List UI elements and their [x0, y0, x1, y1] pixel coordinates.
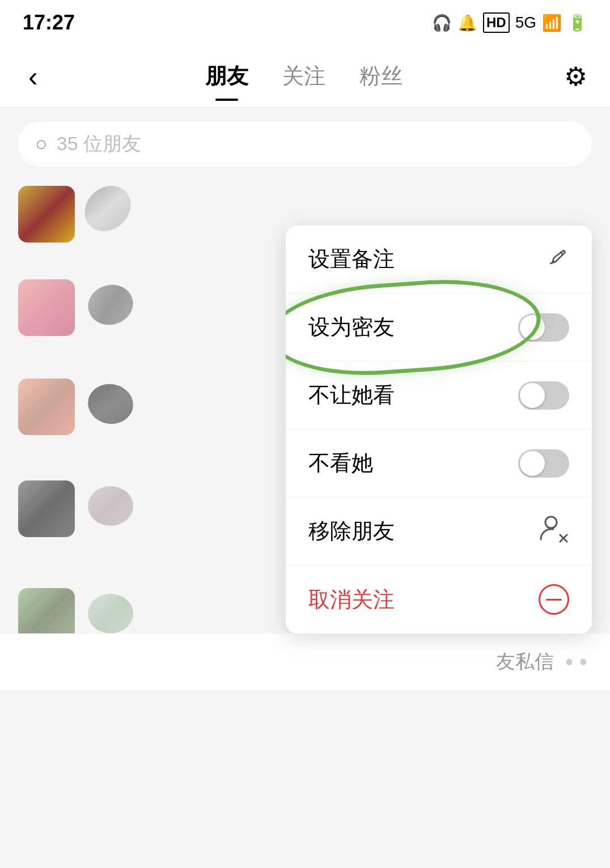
battery-icon: 🔋 [567, 14, 587, 32]
nav-bar: ‹ 朋友 关注 粉丝 ⚙ [0, 45, 610, 108]
hide-from-her-toggle[interactable] [518, 381, 569, 410]
remove-user-icon [539, 513, 569, 550]
menu-hide-from-her-label: 不让她看 [308, 381, 395, 410]
bell-muted-icon: 🔔 [458, 14, 477, 32]
tab-followers[interactable]: 粉丝 [359, 56, 403, 96]
headphone-icon: 🎧 [432, 14, 452, 32]
partial-dots: • • [565, 649, 587, 675]
partial-text: 友私信 [496, 649, 554, 675]
settings-icon[interactable]: ⚙ [564, 61, 587, 92]
hd-icon: HD [483, 12, 510, 33]
svg-point-0 [545, 517, 557, 528]
nav-tabs: 朋友 关注 粉丝 [205, 56, 403, 96]
pencil-icon [548, 246, 569, 273]
menu-set-note[interactable]: 设置备注 [286, 225, 592, 293]
search-container: ○ 35 位朋友 [0, 108, 610, 180]
menu-hide-her-label: 不看她 [308, 449, 373, 478]
search-icon: ○ [35, 132, 48, 156]
back-button[interactable]: ‹ [23, 54, 44, 99]
minus-circle-icon [539, 584, 569, 615]
bottom-partial-bar: 友私信 • • [0, 633, 610, 690]
menu-set-note-label: 设置备注 [308, 245, 395, 274]
menu-close-friend-label: 设为密友 [308, 313, 395, 342]
status-icons: 🎧 🔔 HD 5G 📶 🔋 [432, 12, 587, 33]
menu-unfollow[interactable]: 取消关注 [286, 565, 592, 633]
close-friend-toggle[interactable] [518, 313, 569, 342]
hide-her-toggle[interactable] [518, 449, 569, 478]
minus-line [546, 599, 562, 601]
status-time: 17:27 [23, 11, 75, 35]
menu-unfollow-label: 取消关注 [308, 585, 395, 614]
search-placeholder: 35 位朋友 [57, 131, 141, 157]
menu-remove-friend[interactable]: 移除朋友 [286, 497, 592, 565]
signal-icon: 5G [515, 14, 536, 32]
menu-hide-her[interactable]: 不看她 [286, 429, 592, 497]
tab-friends[interactable]: 朋友 [205, 56, 248, 96]
menu-remove-friend-label: 移除朋友 [308, 517, 395, 546]
tab-following[interactable]: 关注 [282, 56, 325, 96]
wifi-icon: 📶 [542, 14, 562, 32]
status-bar: 17:27 🎧 🔔 HD 5G 📶 🔋 [0, 0, 610, 45]
context-menu: 设置备注 设为密友 不让她看 不看她 [286, 225, 592, 633]
menu-hide-from-her[interactable]: 不让她看 [286, 361, 592, 429]
menu-close-friend[interactable]: 设为密友 [286, 293, 592, 361]
search-bar[interactable]: ○ 35 位朋友 [18, 121, 592, 167]
content-area: 设置备注 设为密友 不让她看 不看她 [0, 180, 610, 690]
